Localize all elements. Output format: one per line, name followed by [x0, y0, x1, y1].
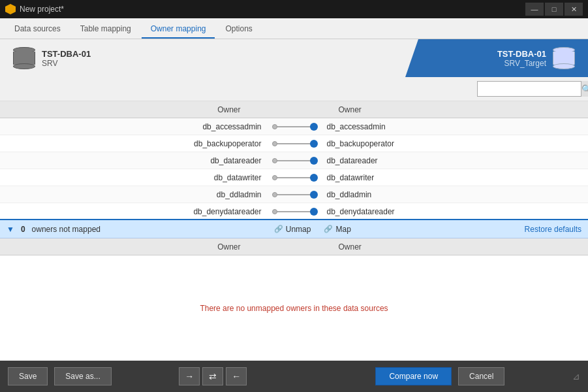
db-mid-white — [553, 52, 575, 65]
search-button[interactable]: 🔍 — [581, 81, 588, 97]
target-cell: db_backupoperator — [320, 139, 589, 148]
source-server-name: TST-DBA-01 — [42, 49, 91, 59]
unmapped-source-header: Owner — [0, 242, 280, 252]
connector-left-dot — [272, 192, 277, 197]
connector-left-dot — [272, 209, 277, 214]
minimize-button[interactable]: — — [525, 3, 544, 16]
target-cell: db_datawriter — [320, 173, 589, 182]
search-input[interactable] — [478, 84, 581, 93]
unmapped-count-label: owners not mapped — [32, 225, 101, 234]
connector-line — [275, 177, 314, 178]
unmapped-count: 0 — [21, 225, 25, 234]
source-cell: db_ddladmin — [0, 190, 268, 199]
source-target-header: TST-DBA-01 SRV TST-DBA-01 SRV_Target — [0, 39, 588, 77]
tab-bar: Data sources Table mapping Owner mapping… — [0, 18, 588, 39]
navigation-buttons: → ⇄ ← — [179, 367, 247, 385]
unmapped-header: Owner Owner — [0, 238, 588, 255]
table-row: db_denydatareader db_denydatareader — [0, 203, 588, 219]
source-cell: db_accessadmin — [0, 122, 268, 131]
table-row: db_ddladmin db_ddladmin — [0, 186, 588, 203]
target-cell: db_datareader — [320, 156, 589, 165]
connector-line — [275, 126, 314, 127]
map-icon: 🔗 — [324, 225, 333, 233]
mapping-rows: db_accessadmin db_accessadmin db_backupo… — [0, 118, 588, 219]
connector-cell — [268, 194, 320, 195]
tab-owner-mapping[interactable]: Owner mapping — [142, 20, 215, 39]
table-row: db_datawriter db_datawriter — [0, 169, 588, 186]
connector-left-dot — [272, 158, 277, 163]
search-bar: 🔍 — [0, 77, 588, 101]
source-info: TST-DBA-01 SRV — [42, 49, 91, 68]
unmapped-chevron[interactable]: ▼ — [7, 225, 14, 234]
source-cell: db_denydatareader — [0, 207, 268, 216]
mapping-header: Owner Owner — [0, 101, 588, 118]
target-database-name: SRV_Target — [504, 59, 546, 68]
connector-cell — [268, 143, 320, 144]
target-cell: db_accessadmin — [320, 122, 589, 131]
db-bot-white — [553, 63, 575, 69]
swap-button[interactable]: ⇄ — [202, 367, 223, 385]
tab-options[interactable]: Options — [216, 20, 261, 39]
restore-defaults-button[interactable]: Restore defaults — [525, 225, 581, 234]
unmapped-empty-message: There are no unmapped owners in these da… — [0, 255, 588, 361]
tab-table-mapping[interactable]: Table mapping — [71, 20, 140, 39]
window-title: New project* — [20, 5, 64, 14]
connector-cell — [268, 177, 320, 178]
connector-right-dot — [310, 140, 318, 148]
connector-line — [275, 160, 314, 161]
unmapped-actions: 🔗 Unmap 🔗 Map — [107, 225, 518, 234]
save-as-button[interactable]: Save as... — [54, 367, 111, 385]
target-cell: db_denydatareader — [320, 207, 589, 216]
source-database-name: SRV — [42, 59, 91, 68]
unmap-button[interactable]: 🔗 Unmap — [274, 225, 311, 234]
connector-right-dot — [310, 157, 318, 165]
app-icon — [5, 4, 16, 14]
connector-line — [275, 211, 314, 212]
source-cell: db_datareader — [0, 156, 268, 165]
bottom-bar: Save Save as... → ⇄ ← Compare now Cancel… — [0, 361, 588, 392]
target-info: TST-DBA-01 SRV_Target — [497, 49, 546, 68]
compare-now-button[interactable]: Compare now — [375, 367, 452, 385]
maximize-button[interactable]: □ — [545, 3, 563, 16]
target-server-name: TST-DBA-01 — [497, 49, 546, 59]
connector-right-dot — [310, 123, 318, 131]
target-db-icon — [553, 47, 575, 69]
back-button[interactable]: ← — [226, 367, 247, 385]
mapped-section: Owner Owner db_accessadmin db_accessadmi… — [0, 101, 588, 219]
connector-right-dot — [310, 191, 318, 199]
source-db-icon — [13, 47, 35, 69]
connector-left-dot — [272, 141, 277, 146]
target-header-label: Owner — [332, 105, 580, 114]
connector-line — [275, 143, 314, 144]
connector-left-dot — [272, 175, 277, 180]
table-row: db_datareader db_datareader — [0, 152, 588, 169]
table-row: db_accessadmin db_accessadmin — [0, 118, 588, 135]
unmapped-target-header: Owner — [332, 242, 580, 252]
source-panel: TST-DBA-01 SRV — [0, 39, 405, 77]
map-button[interactable]: 🔗 Map — [324, 225, 350, 234]
db-bot — [13, 63, 35, 69]
connector-right-dot — [310, 208, 318, 216]
source-cell: db_backupoperator — [0, 139, 268, 148]
resize-handle: ⊿ — [572, 371, 580, 382]
connector-left-dot — [272, 124, 277, 129]
target-panel: TST-DBA-01 SRV_Target — [405, 39, 588, 77]
connector-right-dot — [310, 174, 318, 182]
source-cell: db_datawriter — [0, 173, 268, 182]
cancel-button[interactable]: Cancel — [458, 367, 504, 385]
unmap-icon: 🔗 — [274, 225, 283, 233]
close-button[interactable]: ✕ — [565, 3, 583, 16]
db-mid — [13, 52, 35, 65]
unmapped-section: Owner Owner There are no unmapped owners… — [0, 238, 588, 361]
connector-cell — [268, 160, 320, 161]
title-bar: New project* — □ ✕ — [0, 0, 588, 18]
unmapped-toolbar: ▼ 0 owners not mapped 🔗 Unmap 🔗 Map Rest… — [0, 219, 588, 238]
next-button[interactable]: → — [179, 367, 200, 385]
target-cell: db_ddladmin — [320, 190, 589, 199]
save-button[interactable]: Save — [8, 367, 48, 385]
connector-cell — [268, 126, 320, 127]
search-input-wrap[interactable]: 🔍 — [477, 81, 581, 97]
table-row: db_backupoperator db_backupoperator — [0, 135, 588, 152]
window-controls: — □ ✕ — [525, 3, 583, 16]
tab-data-sources[interactable]: Data sources — [5, 20, 70, 39]
